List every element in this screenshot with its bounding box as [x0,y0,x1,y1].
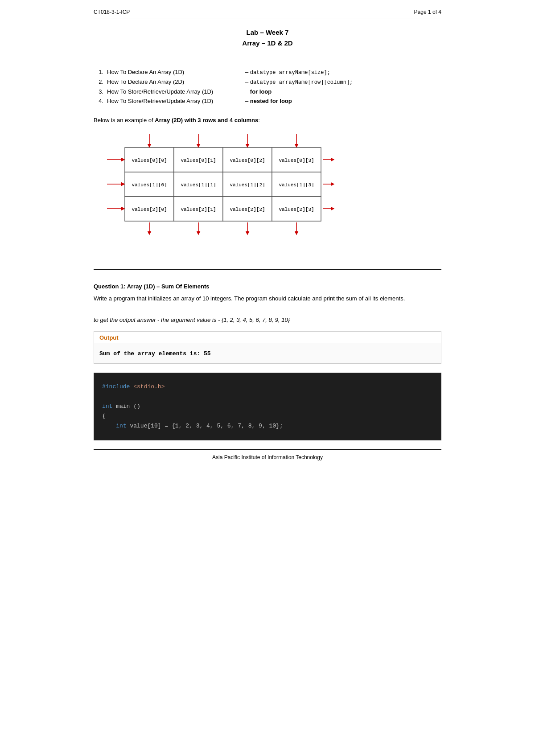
svg-text:values[0][2]: values[0][2] [230,158,265,163]
code-block: #include <stdio.h> int main () { int val… [94,373,441,440]
page-header: CT018-3-1-ICP Page 1 of 4 [94,9,441,19]
svg-text:values[1][0]: values[1][0] [132,182,167,188]
svg-text:values[2][0]: values[2][0] [132,207,167,212]
code-line-4: { [102,411,433,421]
svg-text:values[2][3]: values[2][3] [279,207,314,212]
svg-text:values[1][1]: values[1][1] [181,182,216,188]
title-line1: Lab – Week 7 [247,29,289,36]
page-footer: Asia Pacific Institute of Information Te… [94,449,441,460]
section-divider-1 [94,269,441,270]
toc-item-3: 3. How To Store/Retrieve/Update Array (1… [94,88,441,95]
toc-desc-4: – nested for loop [245,98,292,104]
header-course: CT018-3-1-ICP [94,9,130,15]
toc-label-1: How To Declare An Array (1D) [107,69,245,75]
toc-label-4: How To Store/Retrieve/Update Array (1D) [107,98,245,104]
svg-text:values[1][3]: values[1][3] [279,182,314,188]
code-line-3: int main () [102,402,433,411]
svg-text:values[2][2]: values[2][2] [230,207,265,212]
svg-text:values[0][3]: values[0][3] [279,158,314,163]
title-line2: Array – 1D & 2D [242,39,292,47]
question-1-section: Question 1: Array (1D) – Sum Of Elements… [94,283,441,440]
toc-desc-2: – datatype arrayName[row][column]; [245,78,353,86]
diagram-intro: Below is an example of Array (2D) with 3… [94,117,441,123]
output-box: Output Sum of the array elements is: 55 [94,331,441,364]
toc-item-4: 4. How To Store/Retrieve/Update Array (1… [94,98,441,104]
header-page: Page 1 of 4 [414,9,441,15]
toc-num-4: 4. [94,98,103,104]
output-content: Sum of the array elements is: 55 [94,344,441,363]
title-block: Lab – Week 7 Array – 1D & 2D [94,27,441,55]
array-svg: values[0][0] values[0][1] values[0][2] v… [103,130,334,255]
array-diagram: values[0][0] values[0][1] values[0][2] v… [103,130,441,256]
toc-desc-1: – datatype arrayName[size]; [245,69,330,76]
code-line-5: int value[10] = {1, 2, 3, 4, 5, 6, 7, 8,… [102,421,433,431]
question-1-title: Question 1: Array (1D) – Sum Of Elements [94,283,441,290]
question-1-body: Write a program that initializes an arra… [94,294,441,304]
toc-desc-3: – for loop [245,88,272,95]
toc-num-1: 1. [94,69,103,75]
toc-item-2: 2. How To Declare An Array (2D) – dataty… [94,78,441,86]
footer-text: Asia Pacific Institute of Information Te… [212,454,323,460]
svg-text:values[2][1]: values[2][1] [181,207,216,212]
svg-text:values[1][2]: values[1][2] [230,182,265,188]
toc-list: 1. How To Declare An Array (1D) – dataty… [94,69,441,104]
code-line-1: #include <stdio.h> [102,382,433,392]
toc-label-3: How To Store/Retrieve/Update Array (1D) [107,88,245,95]
svg-text:values[0][0]: values[0][0] [132,158,167,163]
output-label: Output [94,332,441,344]
toc-item-1: 1. How To Declare An Array (1D) – dataty… [94,69,441,76]
diagram-section: Below is an example of Array (2D) with 3… [94,117,441,256]
svg-text:values[0][1]: values[0][1] [181,158,216,163]
toc-num-3: 3. [94,88,103,95]
toc-num-2: 2. [94,78,103,85]
code-line-2 [102,392,433,402]
question-1-hint: to get the output answer - the argument … [94,316,441,323]
toc-label-2: How To Declare An Array (2D) [107,78,245,85]
